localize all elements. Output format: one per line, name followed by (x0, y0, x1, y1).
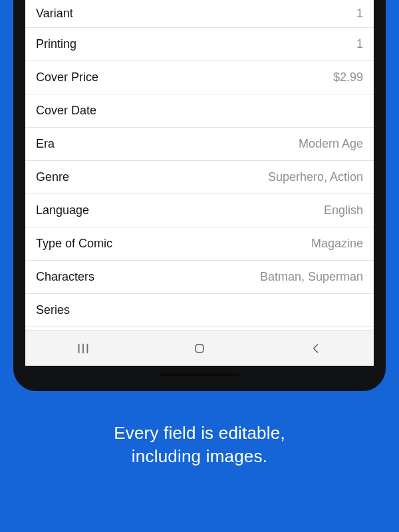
list-item[interactable]: Language English (25, 194, 374, 227)
marketing-caption: Every field is editable, including image… (114, 422, 285, 468)
field-label: Cover Date (36, 104, 96, 118)
field-label: Variant (36, 7, 73, 21)
recents-button[interactable] (57, 335, 110, 362)
field-label: Cover Price (36, 70, 98, 84)
field-label: Language (36, 203, 89, 217)
field-list: Variant 1 Printing 1 Cover Price $2.99 C… (25, 0, 374, 330)
field-value: Modern Age (299, 137, 363, 151)
home-icon (193, 342, 206, 355)
home-button[interactable] (173, 335, 226, 362)
caption-line-2: including images. (132, 446, 267, 466)
field-label: Series (36, 303, 70, 317)
field-value: $2.99 (333, 70, 363, 84)
field-value: 1 (356, 37, 363, 51)
list-item[interactable]: Variant 1 (25, 0, 374, 28)
field-label: Era (36, 137, 55, 151)
field-label: Printing (36, 37, 76, 51)
list-item[interactable]: Genre Superhero, Action (25, 161, 374, 194)
list-item[interactable]: Series (25, 294, 374, 327)
back-button[interactable] (289, 335, 342, 362)
list-item[interactable]: Printing 1 (25, 28, 374, 61)
list-item[interactable]: Cover Price $2.99 (25, 61, 374, 94)
field-value: Superhero, Action (268, 170, 363, 184)
device-speaker (160, 372, 239, 376)
device-screen: Variant 1 Printing 1 Cover Price $2.99 C… (25, 0, 374, 366)
svg-rect-3 (196, 344, 203, 352)
list-item[interactable]: Cover Date (25, 94, 374, 128)
list-item[interactable]: Type of Comic Magazine (25, 227, 374, 261)
android-nav-bar (25, 330, 374, 366)
device-frame: Variant 1 Printing 1 Cover Price $2.99 C… (13, 0, 386, 391)
list-item[interactable]: Era Modern Age (25, 128, 374, 161)
chevron-left-icon (309, 342, 323, 355)
recents-icon (76, 341, 90, 356)
list-item[interactable]: Characters Batman, Superman (25, 261, 374, 294)
field-label: Characters (36, 270, 94, 284)
field-label: Type of Comic (36, 237, 112, 251)
caption-line-1: Every field is editable, (114, 423, 285, 443)
field-value: Batman, Superman (260, 270, 363, 284)
field-value: Magazine (311, 237, 363, 251)
field-value: English (324, 203, 363, 217)
field-label: Genre (36, 170, 69, 184)
field-value: 1 (356, 7, 363, 21)
